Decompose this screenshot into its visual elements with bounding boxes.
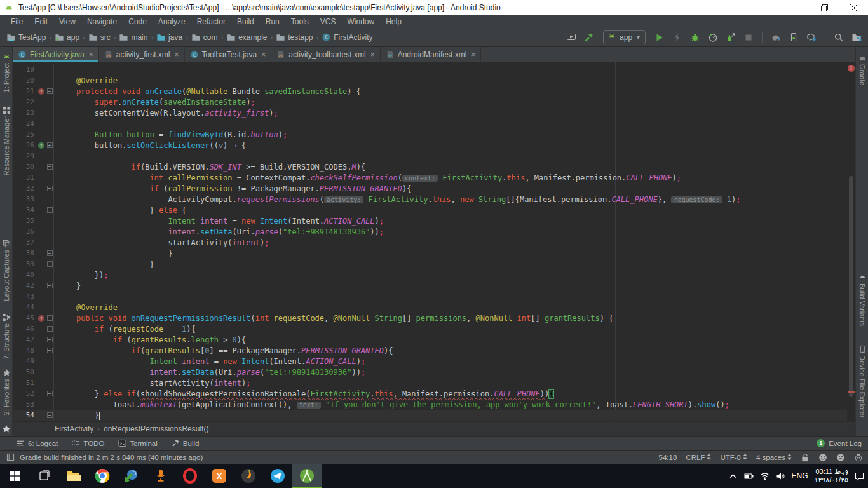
taskbar-app-idm[interactable] — [117, 464, 146, 488]
breadcrumb-item-app[interactable]: app — [55, 32, 79, 42]
menu-view[interactable]: View — [53, 17, 81, 26]
code-line-23[interactable]: 23 setContentView(R.layout.activity_firs… — [13, 107, 847, 118]
tab-activity_first.xml[interactable]: <>activity_first.xml× — [99, 47, 185, 62]
menu-run[interactable]: Run — [260, 17, 285, 26]
code-editor[interactable]: 1920 @Override21↑− protected void onCrea… — [13, 62, 855, 422]
code-line-29[interactable]: 29 — [13, 151, 847, 161]
menu-help[interactable]: Help — [380, 17, 407, 26]
toolwindow-button-terminal[interactable]: Terminal — [118, 439, 157, 447]
code-line-46[interactable]: 46− if (requestCode == 1){ — [13, 323, 847, 334]
caret-position[interactable]: 54:18 — [659, 454, 677, 461]
language-indicator[interactable]: ENG — [792, 471, 808, 480]
breadcrumb-method[interactable]: onRequestPermissionsResult() — [104, 424, 208, 433]
bug-attach-button[interactable] — [723, 30, 738, 45]
code-line-31[interactable]: 31 int callPermission = ContextCompat.ch… — [13, 172, 847, 183]
lock-icon[interactable] — [801, 453, 810, 462]
taskbar-app-start[interactable] — [0, 464, 29, 488]
code-line-47[interactable]: 47− if (grantResults.length > 0){ — [13, 334, 847, 345]
tab-close-icon[interactable]: × — [370, 50, 375, 59]
tool-window-button-build-variants[interactable]: Build Variants — [856, 273, 868, 326]
taskbar-app-telegram[interactable] — [263, 464, 292, 488]
code-line-39[interactable]: 39− } — [13, 259, 847, 269]
code-line-24[interactable]: 24 — [13, 118, 847, 129]
taskbar-app-xampp[interactable]: X — [205, 464, 234, 488]
code-line-25[interactable]: 25 Button button = findViewById(R.id.but… — [13, 129, 847, 140]
tab-close-icon[interactable]: × — [261, 50, 266, 59]
sdk-manager-button[interactable] — [804, 30, 819, 45]
code-line-50[interactable]: 50 intent.setData(Uri.parse("tel:+989148… — [13, 367, 847, 377]
play-button[interactable] — [652, 30, 667, 45]
code-line-22[interactable]: 22 super.onCreate(savedInstanceState); — [13, 97, 847, 107]
smiley-icon[interactable] — [818, 453, 827, 462]
code-line-48[interactable]: 48− if(grantResults[0] == PackageManager… — [13, 345, 847, 356]
code-line-30[interactable]: 30− if(Build.VERSION.SDK_INT >= Build.VE… — [13, 161, 847, 172]
code-line-33[interactable]: 33 ActivityCompat.requestPermissions(act… — [13, 194, 847, 205]
toolwindow-toggle-icon[interactable] — [6, 453, 15, 461]
code-line-37[interactable]: 37 startActivity(intent); — [13, 237, 847, 248]
code-line-44[interactable]: 44 @Override — [13, 302, 847, 313]
code-line-20[interactable]: 20 @Override — [13, 75, 847, 86]
run-configuration-select[interactable]: app▼ — [603, 30, 646, 44]
restore-button[interactable] — [810, 0, 839, 15]
gradle-sync-button[interactable] — [768, 30, 783, 45]
code-line-54[interactable]: 54− } — [13, 410, 847, 421]
error-indicator[interactable]: ! — [848, 65, 855, 72]
editor-content[interactable]: 1920 @Override21↑− protected void onCrea… — [13, 62, 847, 422]
menu-code[interactable]: Code — [123, 17, 153, 26]
menu-tools[interactable]: Tools — [285, 17, 315, 26]
favorites-star-icon[interactable] — [2, 424, 11, 433]
code-line-32[interactable]: 32− if (callPermission != PackageManager… — [13, 183, 847, 194]
wifi-icon[interactable] — [760, 471, 770, 481]
tab-AndroidManifest.xml[interactable]: MFAndroidManifest.xml× — [381, 47, 482, 62]
battery-icon[interactable] — [744, 471, 754, 481]
tool-window-button-gradle[interactable]: Gradle — [856, 53, 868, 85]
tab-close-icon[interactable]: × — [89, 50, 93, 59]
taskbar-app-explorer[interactable] — [58, 464, 88, 488]
hammer-button[interactable] — [581, 30, 597, 45]
code-line-45[interactable]: 45↑− public void onRequestPermissionsRes… — [13, 313, 847, 323]
lightning-button[interactable] — [670, 30, 685, 45]
code-line-49[interactable]: 49 Intent intent = new Intent(Intent.ACT… — [13, 356, 847, 367]
volume-icon[interactable] — [776, 471, 785, 481]
tool-window-button-device-file-explorer[interactable]: Device File Explorer — [856, 344, 868, 417]
toolwindow-button-build[interactable]: Build — [172, 439, 200, 447]
code-line-40[interactable]: 40 }); — [13, 269, 847, 280]
taskbar-app-opera[interactable] — [175, 464, 205, 488]
editor-scrollbar[interactable] — [849, 176, 853, 397]
breadcrumb-item-main[interactable]: main — [119, 32, 147, 42]
code-line-43[interactable]: 43 — [13, 291, 847, 302]
profiler-button[interactable] — [705, 30, 721, 45]
breadcrumb-item-testapp[interactable]: testapp — [276, 32, 313, 42]
toolwindow-button-todo[interactable]: TODO — [72, 439, 104, 447]
hidden-icons-chevron[interactable] — [728, 471, 738, 481]
taskbar-clock[interactable]: 03:11 ق.ظ۱۳۹۸/۰۶/۲۵ — [815, 468, 848, 484]
toolwindow-button-6-logcat[interactable]: 6: Logcat — [17, 439, 58, 447]
code-line-38[interactable]: 38− } — [13, 248, 847, 259]
menu-edit[interactable]: Edit — [29, 17, 53, 26]
taskbar-app-chrome[interactable] — [88, 464, 117, 488]
event-log-button[interactable]: 1 Event Log — [817, 439, 862, 447]
menu-analyze[interactable]: Analyze — [153, 17, 191, 26]
device-manager-button[interactable] — [786, 30, 801, 45]
code-line-21[interactable]: 21↑− protected void onCreate(@Nullable B… — [13, 86, 847, 97]
taskbar-app-fl-studio[interactable] — [234, 464, 263, 488]
bug-button[interactable] — [688, 30, 703, 45]
highlighting-level-icon[interactable] — [854, 453, 863, 462]
taskbar-app-android-studio[interactable] — [292, 464, 322, 488]
indent-widget[interactable]: 4 spaces — [756, 454, 792, 461]
menu-vcs[interactable]: VCS — [315, 17, 342, 26]
code-line-35[interactable]: 35 Intent intent = new Intent(Intent.ACT… — [13, 215, 847, 226]
menu-refactor[interactable]: Refactor — [191, 17, 231, 26]
stop-button[interactable] — [741, 30, 756, 45]
breadcrumb-item-testapp[interactable]: TestApp — [6, 32, 46, 42]
tab-activity_toolbartest.xml[interactable]: <>activity_toolbartest.xml× — [271, 47, 380, 62]
tool-window-button-layout-captures[interactable]: Layout Captures — [0, 239, 13, 301]
code-line-34[interactable]: 34− } else { — [13, 205, 847, 215]
code-line-42[interactable]: 42− } — [13, 280, 847, 291]
breadcrumb-class[interactable]: FirstActivity — [55, 424, 93, 433]
code-line-26[interactable]: 26↑+ button.setOnClickListener((v) → { — [13, 140, 847, 151]
tv-preview-button[interactable] — [564, 30, 579, 45]
breadcrumb-item-java[interactable]: java — [156, 32, 182, 42]
code-line-36[interactable]: 36 intent.setData(Uri.parse("tel:+989148… — [13, 226, 847, 237]
breadcrumb-item-src[interactable]: src — [88, 32, 111, 42]
